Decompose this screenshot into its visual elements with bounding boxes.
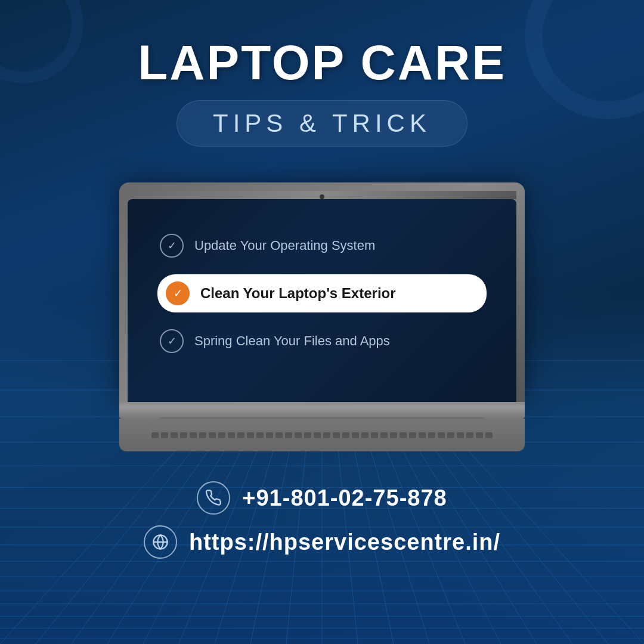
camera-dot-area [128, 191, 516, 199]
camera-dot [320, 194, 324, 199]
contact-phone-item: +91-801-02-75-878 [197, 481, 447, 515]
key [438, 432, 445, 438]
key [180, 432, 187, 438]
key [228, 432, 235, 438]
key [247, 432, 254, 438]
deco-circle-left [0, 0, 83, 83]
check-icon-3: ✓ [168, 335, 177, 348]
check-icon-2: ✓ [174, 287, 182, 300]
key [237, 432, 244, 438]
key [428, 432, 435, 438]
key [304, 432, 311, 438]
laptop-container: ✓ Update Your Operating System ✓ Clean Y… [119, 182, 525, 451]
key [457, 432, 464, 438]
top-content: LAPTOP CARE TIPS & TRICK [138, 36, 506, 147]
tip-label-2: Clean Your Laptop's Exterior [200, 285, 396, 302]
key [476, 432, 483, 438]
tip-label-1: Update Your Operating System [194, 238, 375, 253]
tips-list: ✓ Update Your Operating System ✓ Clean Y… [157, 223, 487, 364]
tip-item-3: ✓ Spring Clean Your Files and Apps [157, 324, 487, 358]
key [400, 432, 407, 438]
key [314, 432, 321, 438]
tip-item-2: ✓ Clean Your Laptop's Exterior [157, 274, 487, 312]
key [409, 432, 416, 438]
key [323, 432, 330, 438]
key [266, 432, 273, 438]
key [171, 432, 178, 438]
subtitle-text: TIPS & TRICK [213, 109, 431, 137]
key [151, 432, 159, 438]
laptop-screen: ✓ Update Your Operating System ✓ Clean Y… [128, 199, 516, 402]
key [285, 432, 292, 438]
key [352, 432, 359, 438]
key [333, 432, 340, 438]
phone-icon [205, 490, 222, 506]
contact-section: +91-801-02-75-878 https://hpservicescent… [144, 481, 500, 559]
subtitle-pill: TIPS & TRICK [177, 100, 467, 147]
key [161, 432, 168, 438]
laptop-base [119, 402, 525, 419]
phone-number: +91-801-02-75-878 [242, 485, 447, 511]
key [275, 432, 283, 438]
contact-website-item: https://hpservicescentre.in/ [144, 525, 500, 559]
key [295, 432, 302, 438]
key [342, 432, 349, 438]
keyboard-keys [119, 419, 525, 451]
key [419, 432, 426, 438]
key [380, 432, 388, 438]
key [466, 432, 473, 438]
deco-circle-right [525, 0, 644, 119]
key [256, 432, 264, 438]
key [199, 432, 206, 438]
key [371, 432, 378, 438]
page-wrapper: LAPTOP CARE TIPS & TRICK ✓ Update Your O… [0, 0, 644, 644]
check-circle-2: ✓ [166, 281, 190, 305]
laptop-keyboard [119, 419, 525, 451]
laptop-screen-outer: ✓ Update Your Operating System ✓ Clean Y… [119, 182, 525, 402]
key [447, 432, 454, 438]
website-icon-circle [144, 525, 177, 559]
globe-icon [152, 534, 169, 550]
key [485, 432, 493, 438]
key [218, 432, 225, 438]
website-url: https://hpservicescentre.in/ [189, 530, 500, 555]
check-circle-3: ✓ [160, 329, 184, 353]
tip-label-3: Spring Clean Your Files and Apps [194, 333, 390, 349]
check-icon-1: ✓ [168, 239, 177, 252]
tip-item-1: ✓ Update Your Operating System [157, 229, 487, 262]
key [209, 432, 216, 438]
key [390, 432, 397, 438]
key [361, 432, 369, 438]
check-circle-1: ✓ [160, 234, 184, 258]
phone-icon-circle [197, 481, 230, 515]
page-title: LAPTOP CARE [138, 36, 506, 89]
key [190, 432, 197, 438]
